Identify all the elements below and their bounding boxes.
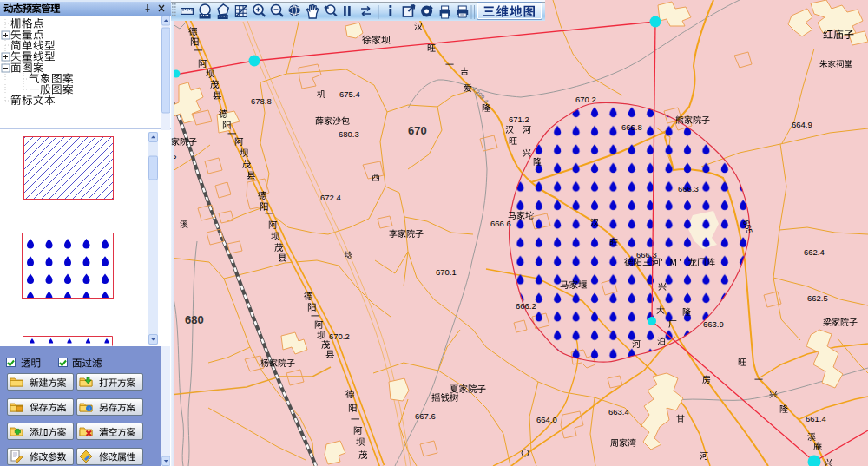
svg-text:671.2: 671.2	[509, 115, 529, 124]
svg-text:666.3: 666.3	[678, 184, 699, 194]
svg-text:670.1: 670.1	[436, 267, 457, 277]
svg-text:670: 670	[408, 124, 427, 137]
svg-text:661.4: 661.4	[806, 414, 826, 423]
svg-text:666.6: 666.6	[490, 219, 511, 228]
svg-text:664.9: 664.9	[792, 120, 812, 129]
svg-text:670.2: 670.2	[575, 95, 596, 104]
svg-text:680: 680	[185, 313, 204, 326]
svg-text:662.5: 662.5	[807, 293, 828, 303]
svg-text:663.4: 663.4	[608, 407, 629, 417]
svg-text:664.0: 664.0	[536, 415, 557, 424]
svg-text:666.8: 666.8	[621, 122, 642, 132]
svg-text:666.3: 666.3	[636, 250, 657, 259]
svg-text:670.2: 670.2	[329, 331, 350, 341]
svg-text:678.8: 678.8	[251, 96, 272, 106]
svg-text:662.4: 662.4	[804, 247, 825, 257]
svg-text:675.4: 675.4	[339, 89, 360, 99]
svg-text:680.3: 680.3	[339, 129, 359, 139]
svg-text:667.6: 667.6	[415, 411, 436, 421]
svg-text:672.4: 672.4	[320, 193, 341, 202]
svg-text:666.2: 666.2	[516, 301, 536, 311]
svg-text:663.9: 663.9	[703, 319, 724, 329]
